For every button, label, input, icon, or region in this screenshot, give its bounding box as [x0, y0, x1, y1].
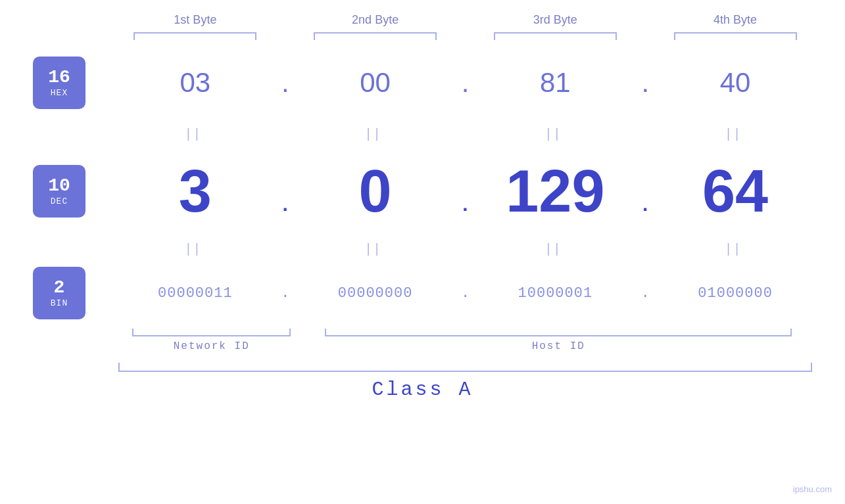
dec-badge-label: DEC: [51, 196, 68, 206]
eq2-byte4: ||: [658, 241, 812, 256]
eq2-byte3: ||: [479, 241, 633, 256]
bin-badge: 2 BIN: [33, 267, 85, 319]
dec-dot2: .: [452, 167, 479, 216]
bin-byte3: 10000001: [479, 285, 633, 302]
hex-badge-label: HEX: [51, 88, 68, 98]
hex-byte4: 40: [658, 67, 812, 99]
byte2-header: 2nd Byte: [299, 13, 452, 40]
eq1-byte4: ||: [658, 126, 812, 141]
dec-badge-number: 10: [48, 176, 70, 196]
bin-byte1: 00000011: [118, 285, 272, 302]
bin-byte2: 00000000: [299, 285, 452, 302]
byte4-header: 4th Byte: [658, 13, 812, 40]
class-bracket: [118, 363, 812, 372]
host-id-label: Host ID: [532, 340, 585, 352]
hex-badge: 16 HEX: [33, 57, 85, 109]
network-id-label: Network ID: [174, 340, 250, 352]
byte4-label: 4th Byte: [658, 13, 812, 27]
dec-byte1: 3: [118, 162, 272, 221]
eq2-byte2: ||: [299, 241, 452, 256]
bin-badge-number: 2: [54, 278, 65, 298]
hex-badge-number: 16: [48, 68, 70, 88]
dec-byte2: 0: [299, 162, 452, 221]
byte1-top-bracket: [133, 32, 256, 40]
eq2-byte1: ||: [118, 241, 272, 256]
byte3-header: 3rd Byte: [479, 13, 633, 40]
watermark: ipshu.com: [793, 484, 832, 494]
bin-byte4: 01000000: [658, 285, 812, 302]
dec-dot1: .: [272, 167, 299, 216]
byte3-top-bracket: [494, 32, 617, 40]
eq1-byte1: ||: [118, 126, 272, 141]
hex-dot1: .: [272, 67, 299, 99]
eq1-byte3: ||: [479, 126, 633, 141]
bin-dot2: .: [452, 285, 479, 302]
eq1-byte2: ||: [299, 126, 452, 141]
dec-byte3: 129: [479, 162, 633, 221]
byte2-top-bracket: [314, 32, 437, 40]
byte3-label: 3rd Byte: [479, 13, 633, 27]
network-id-bracket: [132, 329, 291, 336]
dec-dot3: .: [632, 167, 658, 216]
bin-badge-label: BIN: [51, 298, 68, 308]
bin-dot1: .: [272, 285, 299, 302]
byte1-header: 1st Byte: [118, 13, 272, 40]
dec-badge: 10 DEC: [33, 165, 85, 218]
hex-byte3: 81: [479, 67, 633, 99]
hex-byte1: 03: [118, 67, 272, 99]
bin-dot3: .: [632, 285, 658, 302]
byte4-top-bracket: [674, 32, 797, 40]
class-label: Class A: [372, 378, 473, 401]
dec-byte4: 64: [658, 162, 812, 221]
hex-dot2: .: [452, 67, 479, 99]
hex-dot3: .: [632, 67, 658, 99]
host-id-bracket: [325, 329, 792, 336]
hex-byte2: 00: [299, 67, 452, 99]
byte2-label: 2nd Byte: [299, 13, 452, 27]
byte1-label: 1st Byte: [118, 13, 272, 27]
